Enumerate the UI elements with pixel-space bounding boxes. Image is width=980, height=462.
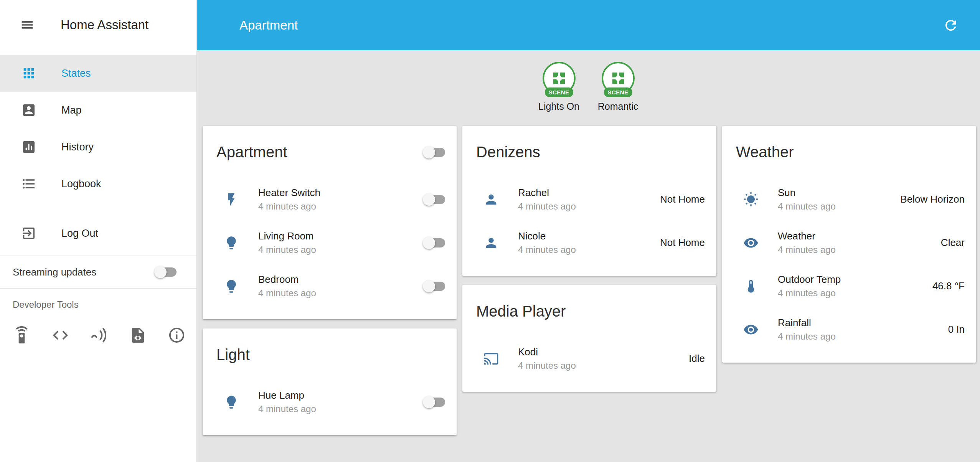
lightbulb-icon xyxy=(224,394,239,410)
scene-label: Romantic xyxy=(598,101,638,112)
group-apartment-toggle[interactable] xyxy=(424,146,445,158)
refresh-button[interactable] xyxy=(943,17,959,33)
entity-name: Heater Switch xyxy=(258,187,320,199)
entity-state: Below Horizon xyxy=(900,193,965,205)
entity-row-hue-lamp[interactable]: Hue Lamp 4 minutes ago xyxy=(203,380,457,424)
card-title: Media Player xyxy=(476,303,566,320)
entity-list: Sun 4 minutes ago Below Horizon Weather … xyxy=(722,166,976,351)
app-bar: Apartment xyxy=(197,0,980,50)
entity-row-nicole[interactable]: Nicole 4 minutes ago Not Home xyxy=(462,221,716,264)
entity-toggle[interactable] xyxy=(424,237,445,249)
sidebar-header: Home Assistant xyxy=(0,0,196,50)
streaming-updates-row: Streaming updates xyxy=(0,256,196,289)
entity-info: Sun 4 minutes ago xyxy=(778,187,836,212)
entity-toggle[interactable] xyxy=(424,193,445,206)
entity-last-changed: 4 minutes ago xyxy=(258,201,320,212)
entity-row-outdoor-temp[interactable]: Outdoor Temp 4 minutes ago 46.8 °F xyxy=(722,264,976,308)
scene-romantic-button[interactable]: SCENE xyxy=(602,62,635,95)
column-3: Weather Sun 4 minutes ago Below Horizon xyxy=(722,126,976,363)
entity-state: Not Home xyxy=(660,237,705,249)
entity-toggle[interactable] xyxy=(424,396,445,408)
person-icon xyxy=(483,192,499,207)
dev-tool-info-button[interactable] xyxy=(168,326,186,344)
scene-label: Lights On xyxy=(538,101,579,112)
entity-row-living-room[interactable]: Living Room 4 minutes ago xyxy=(203,221,457,264)
entity-row-rainfall[interactable]: Rainfall 4 minutes ago 0 In xyxy=(722,308,976,351)
hamburger-icon xyxy=(20,18,35,32)
menu-button[interactable] xyxy=(20,18,35,32)
entity-name: Nicole xyxy=(518,230,576,242)
entity-state: 0 In xyxy=(948,323,965,335)
entity-toggle[interactable] xyxy=(424,280,445,292)
lightbulb-icon xyxy=(224,279,239,294)
remote-icon xyxy=(13,326,31,344)
card-media-player: Media Player Kodi 4 minutes ago Idle xyxy=(462,285,716,392)
entity-last-changed: 4 minutes ago xyxy=(258,404,316,414)
entity-list: Hue Lamp 4 minutes ago xyxy=(203,369,457,424)
column-2: Denizens Rachel 4 minutes ago Not Home xyxy=(462,126,716,392)
content: SCENE Lights On SCENE Romantic xyxy=(197,50,980,462)
entity-row-bedroom[interactable]: Bedroom 4 minutes ago xyxy=(203,264,457,308)
exit-icon xyxy=(21,226,36,241)
entity-info: Nicole 4 minutes ago xyxy=(518,230,576,255)
entity-row-weather[interactable]: Weather 4 minutes ago Clear xyxy=(722,221,976,264)
eye-icon xyxy=(743,322,759,337)
app-title: Home Assistant xyxy=(61,18,148,32)
dev-tool-code-button[interactable] xyxy=(51,326,69,344)
entity-name: Outdoor Temp xyxy=(778,274,841,285)
sidebar-item-states[interactable]: States xyxy=(0,55,196,92)
code-tags-icon xyxy=(51,326,69,344)
entity-info: Weather 4 minutes ago xyxy=(778,230,836,255)
list-icon xyxy=(21,176,36,191)
entity-row-rachel[interactable]: Rachel 4 minutes ago Not Home xyxy=(462,178,716,221)
entity-last-changed: 4 minutes ago xyxy=(778,244,836,255)
chart-box-icon xyxy=(21,139,36,155)
streaming-updates-toggle[interactable] xyxy=(155,266,177,278)
dev-tool-signal-button[interactable] xyxy=(90,326,108,344)
thermometer-icon xyxy=(743,279,759,294)
entity-info: Rainfall 4 minutes ago xyxy=(778,317,836,342)
scene-lights-on: SCENE Lights On xyxy=(532,62,586,112)
card-header: Light xyxy=(203,328,457,369)
entity-row-heater-switch[interactable]: Heater Switch 4 minutes ago xyxy=(203,178,457,221)
flash-icon xyxy=(224,192,239,207)
entity-last-changed: 4 minutes ago xyxy=(258,244,316,255)
entity-info: Living Room 4 minutes ago xyxy=(258,230,316,255)
card-title: Denizens xyxy=(476,144,540,161)
entity-name: Hue Lamp xyxy=(258,389,316,401)
toggle-thumb xyxy=(423,146,435,158)
file-code-icon xyxy=(129,326,147,344)
entity-last-changed: 4 minutes ago xyxy=(518,360,576,371)
entity-info: Heater Switch 4 minutes ago xyxy=(258,187,320,212)
scene-lights-on-button[interactable]: SCENE xyxy=(543,62,576,95)
sidebar-item-map[interactable]: Map xyxy=(0,92,196,129)
sidebar-item-logout[interactable]: Log Out xyxy=(0,215,196,252)
entity-state: Idle xyxy=(689,353,705,365)
entity-row-sun[interactable]: Sun 4 minutes ago Below Horizon xyxy=(722,178,976,221)
streaming-updates-label: Streaming updates xyxy=(13,266,96,278)
scene-badge: SCENE xyxy=(544,87,573,97)
entity-info: Kodi 4 minutes ago xyxy=(518,346,576,371)
scene-badge: SCENE xyxy=(604,87,632,97)
developer-tools-section: Developer Tools xyxy=(0,289,196,344)
sidebar-item-label: Logbook xyxy=(61,178,101,190)
sidebar-item-logbook[interactable]: Logbook xyxy=(0,165,196,202)
sidebar-item-label: History xyxy=(61,141,94,153)
entity-state: 46.8 °F xyxy=(932,280,965,292)
page-title: Apartment xyxy=(239,18,298,33)
entity-state: Clear xyxy=(941,237,965,249)
scene-icon xyxy=(610,71,626,86)
sidebar: Home Assistant States Map History Logboo… xyxy=(0,0,197,462)
entity-row-kodi[interactable]: Kodi 4 minutes ago Idle xyxy=(462,337,716,380)
scene-romantic: SCENE Romantic xyxy=(591,62,645,112)
toggle-thumb xyxy=(423,396,435,408)
dev-tool-file-button[interactable] xyxy=(129,326,147,344)
entity-name: Living Room xyxy=(258,230,316,242)
entity-name: Sun xyxy=(778,187,836,199)
dev-tool-remote-button[interactable] xyxy=(13,326,31,344)
entity-name: Kodi xyxy=(518,346,576,358)
cast-icon xyxy=(483,351,499,366)
sidebar-item-history[interactable]: History xyxy=(0,129,196,165)
sidebar-item-label: States xyxy=(61,68,91,79)
entity-last-changed: 4 minutes ago xyxy=(518,201,576,212)
